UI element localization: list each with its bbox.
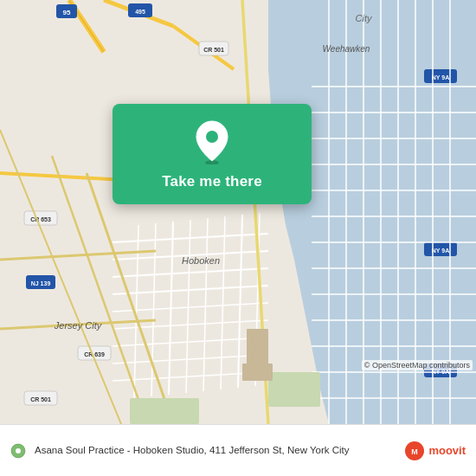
svg-text:Jersey City: Jersey City (54, 320, 103, 331)
svg-text:M: M (412, 447, 419, 456)
svg-text:495: 495 (135, 9, 145, 15)
take-me-there-button[interactable]: Take me there (162, 173, 262, 190)
navigation-button-overlay: Take me there (113, 104, 312, 204)
moovit-text: moovit (428, 444, 466, 457)
moovit-branding: M moovit (404, 441, 466, 461)
moovit-logo-icon: M (404, 441, 425, 461)
map-container: 95 495 CR 501 CR 653 NJ 139 CR 639 CR 50… (0, 0, 476, 424)
svg-text:NJ 139: NJ 139 (31, 280, 51, 286)
svg-text:NY 9A: NY 9A (432, 248, 450, 254)
svg-text:Hoboken: Hoboken (182, 255, 220, 266)
svg-text:CR 501: CR 501 (30, 396, 51, 402)
osm-attribution: © OpenStreetMap contributors (362, 360, 473, 370)
svg-text:City: City (356, 13, 373, 23)
svg-text:Weehawken: Weehawken (323, 44, 370, 54)
svg-text:CR 501: CR 501 (203, 47, 224, 53)
svg-point-83 (206, 131, 218, 143)
location-pin-icon (193, 119, 231, 164)
openstreetmap-logo-icon (10, 443, 26, 459)
svg-rect-81 (242, 363, 273, 381)
location-info-text: Asana Soul Practice - Hoboken Studio, 41… (35, 444, 396, 458)
svg-point-85 (16, 448, 21, 453)
svg-text:NY 9A: NY 9A (432, 74, 450, 80)
svg-text:CR 653: CR 653 (30, 216, 51, 222)
svg-rect-74 (268, 372, 320, 407)
svg-text:CR 639: CR 639 (84, 351, 105, 357)
svg-rect-75 (130, 398, 199, 424)
info-bar: Asana Soul Practice - Hoboken Studio, 41… (0, 424, 476, 476)
svg-text:95: 95 (63, 9, 71, 16)
